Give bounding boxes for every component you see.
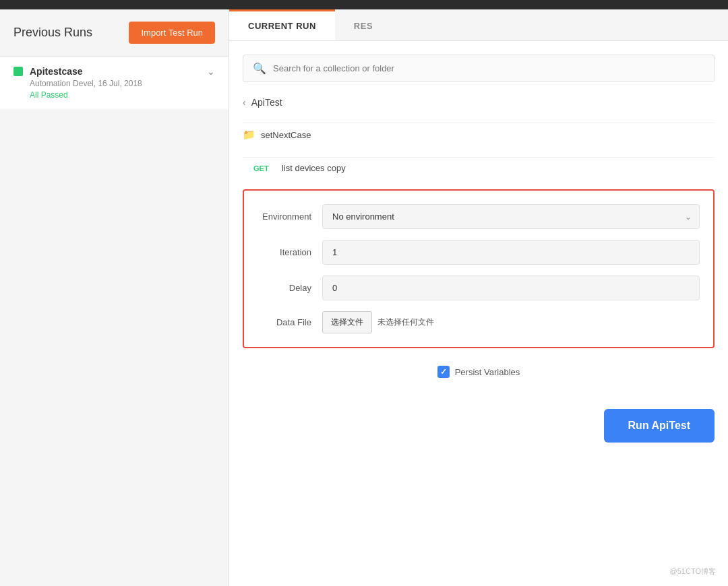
chevron-down-icon: ⌄ xyxy=(207,66,215,77)
iteration-label: Iteration xyxy=(257,247,311,257)
environment-select[interactable]: No environment xyxy=(322,204,700,229)
status-indicator xyxy=(13,67,23,76)
env-select-wrapper: No environment ⌄ xyxy=(322,204,700,229)
tab-results[interactable]: RES xyxy=(335,9,392,40)
content-tabs: CURRENT RUN RES xyxy=(229,9,728,41)
search-icon: 🔍 xyxy=(253,62,266,75)
iteration-row: Iteration xyxy=(257,240,700,265)
delay-input[interactable] xyxy=(322,275,700,300)
sidebar: Previous Runs Import Test Run Apitestcas… xyxy=(0,9,229,586)
item-meta: Automation Devel, 16 Jul, 2018 xyxy=(13,79,215,88)
collection-nav: ‹ ApiTest xyxy=(243,93,715,112)
search-box: 🔍 xyxy=(243,55,715,82)
sidebar-run-item[interactable]: Apitestcase ⌄ Automation Devel, 16 Jul, … xyxy=(0,56,229,109)
folder-item[interactable]: 📁 setNextCase xyxy=(243,123,715,146)
sidebar-header: Previous Runs Import Test Run xyxy=(0,9,229,56)
persist-variables-label: Persist Variables xyxy=(455,367,520,377)
no-file-text: 未选择任何文件 xyxy=(377,317,434,328)
run-area: Run ApiTest xyxy=(243,395,715,449)
item-name: Apitestcase xyxy=(30,66,83,77)
http-method-badge: GET xyxy=(253,164,275,172)
iteration-input[interactable] xyxy=(322,240,700,265)
run-api-test-button[interactable]: Run ApiTest xyxy=(604,409,715,443)
endpoint-label: list devices copy xyxy=(282,163,346,173)
tab-current-run[interactable]: CURRENT RUN xyxy=(229,9,335,40)
choose-file-button[interactable]: 选择文件 xyxy=(322,311,372,333)
data-file-label: Data File xyxy=(257,317,311,327)
main-layout: Previous Runs Import Test Run Apitestcas… xyxy=(0,9,728,586)
get-item[interactable]: GET list devices copy xyxy=(243,157,715,178)
content-panel: 🔍 ‹ ApiTest 📁 setNextCase GET list devic… xyxy=(229,41,728,586)
delay-label: Delay xyxy=(257,283,311,293)
settings-section: Environment No environment ⌄ Iteration D… xyxy=(243,189,715,348)
environment-row: Environment No environment ⌄ xyxy=(257,204,700,229)
top-bar xyxy=(0,0,728,9)
import-test-run-button[interactable]: Import Test Run xyxy=(129,22,215,44)
persist-variables-row: ✓ Persist Variables xyxy=(243,359,715,385)
sidebar-item-left: Apitestcase xyxy=(13,66,83,77)
folder-name: setNextCase xyxy=(261,130,311,140)
collection-name: ApiTest xyxy=(251,97,282,108)
back-arrow-icon[interactable]: ‹ xyxy=(243,97,246,108)
environment-label: Environment xyxy=(257,211,311,222)
watermark: @51CTO博客 xyxy=(670,566,716,577)
folder-icon: 📁 xyxy=(243,129,255,141)
main-content: CURRENT RUN RES 🔍 ‹ ApiTest 📁 setNextCas… xyxy=(229,9,728,586)
delay-row: Delay xyxy=(257,275,700,300)
item-status: All Passed xyxy=(13,90,215,100)
sidebar-title: Previous Runs xyxy=(13,26,92,40)
file-picker: 选择文件 未选择任何文件 xyxy=(322,311,434,333)
persist-variables-checkbox[interactable]: ✓ xyxy=(437,366,450,378)
checkmark-icon: ✓ xyxy=(440,367,447,377)
data-file-row: Data File 选择文件 未选择任何文件 xyxy=(257,311,700,333)
sidebar-item-header: Apitestcase ⌄ xyxy=(13,66,215,77)
search-input[interactable] xyxy=(273,63,704,73)
